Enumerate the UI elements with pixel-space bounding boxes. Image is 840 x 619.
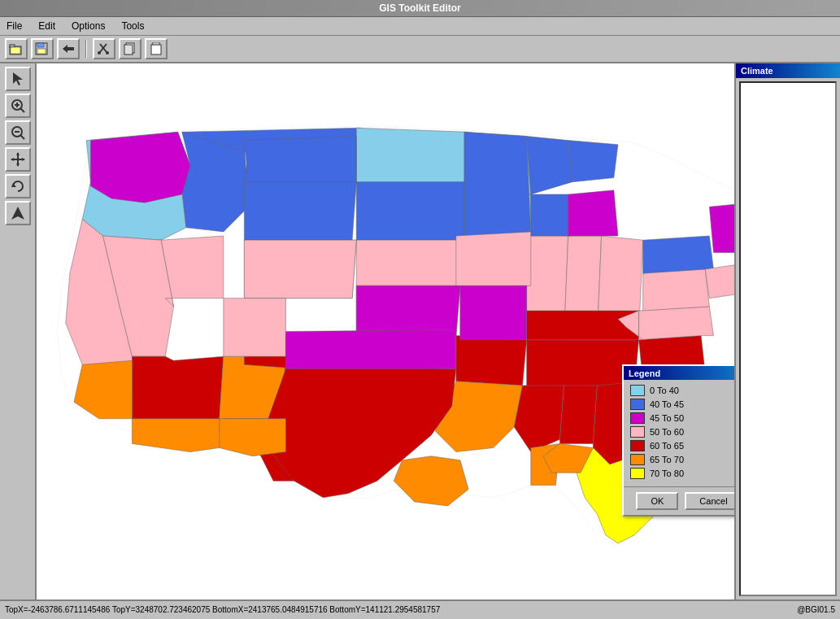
svg-point-10 <box>98 51 101 54</box>
status-right-text: @BGI01.5 <box>797 605 835 614</box>
coordinates-text: TopX=-2463786.6711145486 TopY=3248702.72… <box>5 605 440 614</box>
zoom-out-tool[interactable] <box>5 120 31 145</box>
rotate-tool[interactable] <box>5 174 31 198</box>
svg-rect-7 <box>67 47 74 50</box>
legend-title-bar: Legend ✕ <box>624 366 734 380</box>
svg-rect-13 <box>124 45 133 54</box>
main-container: Legend ✕ 0 To 40 40 To 45 45 To 50 <box>0 63 840 599</box>
right-panel-content[interactable] <box>739 81 837 596</box>
title-bar: GIS Toolkit Editor <box>0 0 840 17</box>
svg-rect-15 <box>151 45 161 54</box>
cut-button[interactable] <box>93 38 115 59</box>
zoom-in-tool[interactable] <box>5 94 31 118</box>
legend-title: Legend <box>629 368 660 378</box>
legend-buttons: OK Cancel <box>624 486 734 515</box>
save-button[interactable] <box>31 38 54 59</box>
legend-ok-button[interactable]: OK <box>636 492 678 510</box>
legend-label-6: 70 To 80 <box>650 469 684 478</box>
tools-panel <box>0 63 37 599</box>
right-panel: Climate <box>734 63 840 599</box>
legend-label-0: 0 To 40 <box>650 386 679 395</box>
svg-marker-32 <box>11 207 24 220</box>
legend-color-6 <box>630 468 645 479</box>
copy-button[interactable] <box>119 38 141 59</box>
legend-color-4 <box>630 440 645 451</box>
legend-label-4: 60 To 65 <box>650 441 684 451</box>
legend-item-5: 65 To 70 <box>630 454 734 465</box>
map-area[interactable]: Legend ✕ 0 To 40 40 To 45 45 To 50 <box>37 63 734 599</box>
pan-tool[interactable] <box>5 147 31 172</box>
svg-marker-30 <box>22 158 25 161</box>
legend-item-2: 45 To 50 <box>630 412 734 424</box>
right-panel-header: Climate <box>736 63 840 78</box>
legend-item-4: 60 To 65 <box>630 440 734 451</box>
svg-marker-27 <box>16 152 20 155</box>
svg-marker-17 <box>13 72 23 85</box>
legend-label-2: 45 To 50 <box>650 413 684 423</box>
legend-body: 0 To 40 40 To 45 45 To 50 50 To 60 60 To… <box>624 380 734 486</box>
svg-line-19 <box>20 108 24 112</box>
legend-popup: Legend ✕ 0 To 40 40 To 45 45 To 50 <box>622 364 734 517</box>
legend-color-1 <box>630 399 645 410</box>
svg-point-11 <box>106 51 109 54</box>
legend-color-3 <box>630 426 645 438</box>
status-bar: TopX=-2463786.6711145486 TopY=3248702.72… <box>0 599 840 617</box>
svg-rect-16 <box>153 42 159 45</box>
menu-tools[interactable]: Tools <box>118 19 147 33</box>
legend-label-1: 40 To 45 <box>650 399 684 409</box>
svg-rect-4 <box>37 43 44 47</box>
legend-label-5: 65 To 70 <box>650 455 684 464</box>
paste-button[interactable] <box>145 38 168 59</box>
back-button[interactable] <box>57 38 80 59</box>
menu-file[interactable]: File <box>3 19 25 33</box>
menu-edit[interactable]: Edit <box>35 19 59 33</box>
toolbar <box>0 36 840 63</box>
legend-item-3: 50 To 60 <box>630 426 734 438</box>
legend-color-0 <box>630 385 645 396</box>
svg-rect-5 <box>37 49 46 54</box>
legend-item-1: 40 To 45 <box>630 399 734 410</box>
menu-options[interactable]: Options <box>68 19 108 33</box>
legend-color-5 <box>630 454 645 465</box>
right-panel-title: Climate <box>741 66 773 76</box>
svg-rect-2 <box>11 47 20 54</box>
menu-bar: File Edit Options Tools <box>0 17 840 36</box>
svg-marker-29 <box>11 158 14 161</box>
arrow-tool[interactable] <box>5 67 31 91</box>
legend-item-0: 0 To 40 <box>630 385 734 396</box>
svg-marker-28 <box>16 163 20 167</box>
legend-item-6: 70 To 80 <box>630 468 734 479</box>
legend-label-3: 50 To 60 <box>650 427 684 437</box>
legend-color-2 <box>630 412 645 424</box>
open-button[interactable] <box>5 38 28 59</box>
legend-cancel-button[interactable]: Cancel <box>685 492 734 510</box>
toolbar-separator <box>85 40 87 58</box>
draw-tool[interactable] <box>5 201 31 225</box>
title-text: GIS Toolkit Editor <box>379 2 460 14</box>
svg-line-23 <box>20 135 24 139</box>
svg-rect-1 <box>10 45 15 47</box>
